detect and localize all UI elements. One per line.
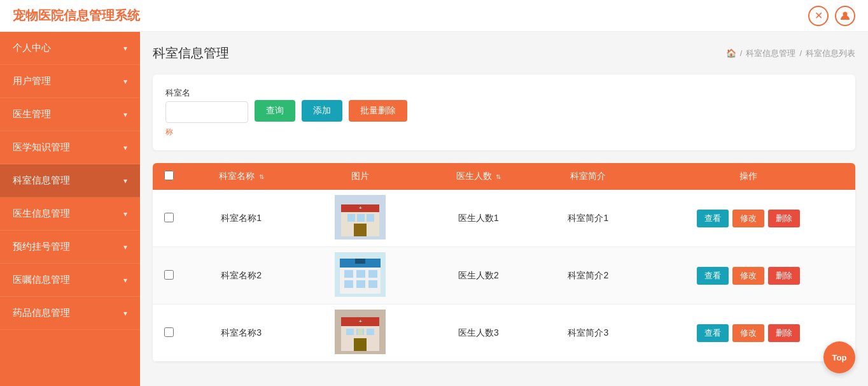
breadcrumb: 🏠 / 科室信息管理 / 科室信息列表 <box>726 48 855 59</box>
room-intro: 科室简介2 <box>535 247 641 304</box>
svg-text:+: + <box>359 205 362 211</box>
view-button[interactable]: 查看 <box>697 210 729 227</box>
sidebar-label: 个人中心 <box>13 42 51 54</box>
user-button[interactable] <box>835 6 855 26</box>
col-intro: 科室简介 <box>535 163 641 190</box>
chevron-down-icon: ▾ <box>123 243 127 252</box>
search-bar: 科室名 称 查询 添加 批量删除 <box>165 87 843 138</box>
row-checkbox-cell <box>153 247 185 304</box>
edit-button[interactable]: 修改 <box>732 324 764 342</box>
row-checkbox[interactable] <box>164 270 174 280</box>
delete-button[interactable]: 删除 <box>768 210 800 227</box>
layout: 个人中心 ▾ 用户管理 ▾ 医生管理 ▾ 医学知识管理 ▾ 科室信息管理 ▾ 医… <box>0 32 868 386</box>
col-checkbox <box>153 163 185 190</box>
close-button[interactable]: ✕ <box>808 6 829 26</box>
app-title: 宠物医院信息管理系统 <box>13 7 140 24</box>
svg-rect-6 <box>367 214 374 222</box>
chevron-down-icon: ▾ <box>123 210 127 218</box>
col-doctor-count: 医生人数 ⇅ <box>422 163 535 190</box>
search-input[interactable] <box>165 101 248 123</box>
sidebar-label: 用户管理 <box>13 75 51 87</box>
sidebar-label: 医生管理 <box>13 108 51 120</box>
room-image: + <box>298 190 421 247</box>
edit-button[interactable]: 修改 <box>732 267 764 285</box>
view-button[interactable]: 查看 <box>697 324 729 342</box>
batch-delete-button[interactable]: 批量删除 <box>349 100 407 122</box>
sidebar-item-medicine-mgmt[interactable]: 药品信息管理 ▾ <box>0 297 140 330</box>
chevron-down-icon: ▾ <box>123 276 127 285</box>
room-intro: 科室简介3 <box>535 304 641 362</box>
col-image: 图片 <box>298 163 421 190</box>
sidebar-item-room-mgmt[interactable]: 科室信息管理 ▾ <box>0 164 140 197</box>
chevron-down-icon: ▾ <box>123 77 127 86</box>
chevron-down-icon: ▾ <box>123 110 127 119</box>
chevron-down-icon: ▾ <box>123 309 127 318</box>
table-row: 科室名称1 + <box>153 190 855 247</box>
svg-rect-16 <box>356 280 365 288</box>
select-all-checkbox[interactable] <box>164 171 174 180</box>
action-cell: 查看 修改 删除 <box>641 304 855 362</box>
row-checkbox-cell <box>153 190 185 247</box>
page-title: 科室信息管理 <box>153 45 229 62</box>
svg-rect-4 <box>347 214 355 222</box>
table-row: 科室名称2 <box>153 247 855 304</box>
room-intro: 科室简介1 <box>535 190 641 247</box>
sidebar-label: 药品信息管理 <box>13 307 70 319</box>
sidebar-item-doctor-mgmt[interactable]: 医生管理 ▾ <box>0 98 140 131</box>
action-buttons: 查看 修改 删除 <box>651 210 845 227</box>
add-button[interactable]: 添加 <box>302 100 342 122</box>
svg-rect-22 <box>346 329 354 335</box>
action-buttons: 查看 修改 删除 <box>651 324 845 342</box>
svg-rect-25 <box>354 338 367 351</box>
chevron-down-icon: ▾ <box>123 44 127 53</box>
sort-icon-name: ⇅ <box>259 173 264 180</box>
svg-text:+: + <box>359 318 362 324</box>
doctor-count: 医生人数1 <box>422 190 535 247</box>
svg-rect-12 <box>344 270 353 278</box>
sidebar-label: 医嘱信息管理 <box>13 274 70 286</box>
svg-rect-14 <box>368 270 377 278</box>
search-card: 科室名 称 查询 添加 批量删除 <box>153 75 855 150</box>
sidebar-item-knowledge-mgmt[interactable]: 医学知识管理 ▾ <box>0 131 140 164</box>
data-table: 科室名称 ⇅ 图片 医生人数 ⇅ 科室简介 操作 <box>153 163 855 362</box>
view-button[interactable]: 查看 <box>697 267 729 285</box>
search-sublabel: 称 <box>165 127 248 138</box>
header-icons: ✕ <box>808 6 855 26</box>
svg-rect-18 <box>355 259 365 264</box>
room-name: 科室名称2 <box>185 247 298 304</box>
header: 宠物医院信息管理系统 ✕ <box>0 0 868 32</box>
action-cell: 查看 修改 删除 <box>641 247 855 304</box>
svg-rect-24 <box>367 329 374 335</box>
row-checkbox[interactable] <box>164 327 174 337</box>
sidebar-item-user-mgmt[interactable]: 用户管理 ▾ <box>0 65 140 98</box>
row-checkbox[interactable] <box>164 213 174 222</box>
doctor-count: 医生人数2 <box>422 247 535 304</box>
top-button[interactable]: Top <box>823 341 855 373</box>
query-button[interactable]: 查询 <box>255 100 295 122</box>
svg-rect-7 <box>354 224 367 236</box>
chevron-down-icon: ▾ <box>123 143 127 152</box>
breadcrumb-sep2: / <box>799 48 802 58</box>
sidebar-item-personal[interactable]: 个人中心 ▾ <box>0 32 140 65</box>
delete-button[interactable]: 删除 <box>768 324 800 342</box>
svg-rect-15 <box>344 280 353 288</box>
action-buttons: 查看 修改 删除 <box>651 267 845 285</box>
col-name: 科室名称 ⇅ <box>185 163 298 190</box>
table-row: 科室名称3 + <box>153 304 855 362</box>
breadcrumb-level2: 科室信息列表 <box>806 48 855 59</box>
room-name: 科室名称1 <box>185 190 298 247</box>
sidebar-item-advice-mgmt[interactable]: 医嘱信息管理 ▾ <box>0 264 140 297</box>
doctor-count: 医生人数3 <box>422 304 535 362</box>
sidebar-item-doctor-info-mgmt[interactable]: 医生信息管理 ▾ <box>0 197 140 231</box>
home-icon: 🏠 <box>726 48 736 58</box>
main-content: 科室信息管理 🏠 / 科室信息管理 / 科室信息列表 科室名 称 查询 添加 批… <box>140 32 868 386</box>
room-image: + <box>298 304 421 362</box>
sidebar-item-appointment-mgmt[interactable]: 预约挂号管理 ▾ <box>0 231 140 264</box>
edit-button[interactable]: 修改 <box>732 210 764 227</box>
sidebar-label: 预约挂号管理 <box>13 241 70 253</box>
col-doctor-count-label: 医生人数 <box>456 171 492 181</box>
sort-icon-count: ⇅ <box>496 173 501 180</box>
search-field-name: 科室名 称 <box>165 87 248 138</box>
delete-button[interactable]: 删除 <box>768 267 800 285</box>
room-image <box>298 247 421 304</box>
